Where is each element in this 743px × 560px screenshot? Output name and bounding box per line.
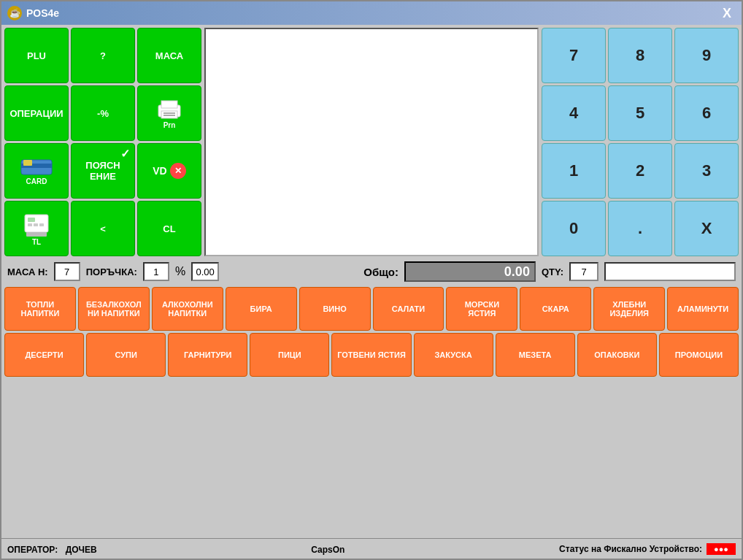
num-9[interactable]: 9 [674,28,739,83]
main-content: PLU ? МАСА ОПЕРАЦИИ -% Prn [1,25,742,538]
tl-button[interactable]: TL [4,201,69,256]
right-numpad: 7 8 9 4 5 6 1 2 3 0 . X [542,28,739,256]
num-x[interactable]: X [674,201,739,256]
svg-rect-9 [28,218,35,222]
masa-label: МАСА Н: [7,266,48,277]
close-button[interactable]: X [718,4,736,23]
masa-input[interactable] [54,262,80,281]
title-bar-left: ☕ POS4e [7,6,59,20]
app-icon: ☕ [7,6,22,20]
operator-name: ДОЧЕВ [66,545,97,555]
num-0[interactable]: 0 [542,201,606,256]
num-7[interactable]: 7 [542,28,606,83]
num-dot[interactable]: . [608,201,672,256]
qty-extra-input[interactable] [604,262,736,281]
svg-rect-1 [161,101,177,108]
svg-rect-12 [39,223,44,226]
cat-salati[interactable]: САЛАТИ [373,287,444,331]
svg-rect-11 [34,223,38,226]
cat-garnituri[interactable]: ГАРНИТУРИ [168,333,247,377]
fiscal-status-badge: ●●● [707,543,736,555]
percent-input[interactable] [191,262,219,281]
cat-zakuska[interactable]: ЗАКУСКА [414,333,493,377]
vd-x-icon: ✕ [170,163,186,179]
cat-row-2: ДЕСЕРТИ СУПИ ГАРНИТУРИ ПИЦИ ГОТВЕНИ ЯСТИ… [4,333,739,377]
title-bar: ☕ POS4e X [1,1,742,25]
caps-section: CapsOn [311,542,344,556]
obshto-label: Общо: [363,266,399,278]
svg-rect-3 [163,112,175,114]
qty-input[interactable] [569,262,598,281]
cat-topli-napitki[interactable]: ТОПЛИ НАПИТКИ [4,287,76,331]
top-section: PLU ? МАСА ОПЕРАЦИИ -% Prn [4,28,739,256]
num-8[interactable]: 8 [608,28,672,83]
num-1[interactable]: 1 [542,143,606,199]
cat-promocii[interactable]: ПРОМОЦИИ [659,333,739,377]
center-display [204,28,539,256]
percent-button[interactable]: -% [71,85,135,141]
cl-button[interactable]: CL [137,201,201,256]
register-icon: TL [22,212,51,246]
fiscal-label: Статус на Фискално Устройство: [559,544,702,554]
cat-row-1: ТОПЛИ НАПИТКИ БЕЗАЛКОХОЛ НИ НАПИТКИ АЛКО… [4,287,739,331]
svg-rect-10 [28,223,32,226]
back-button[interactable]: < [71,201,135,256]
svg-rect-7 [23,160,32,166]
cat-deserti[interactable]: ДЕСЕРТИ [4,333,84,377]
card-button[interactable]: CARD [4,143,69,199]
operator-label: ОПЕРАТОР: [7,545,58,555]
cat-bira[interactable]: БИРА [226,287,297,331]
app-title: POS4e [26,7,59,19]
num-3[interactable]: 3 [674,143,739,199]
porachka-input[interactable] [143,262,169,281]
num-2[interactable]: 2 [608,143,672,199]
svg-rect-13 [26,232,47,237]
categories-section: ТОПЛИ НАПИТКИ БЕЗАЛКОХОЛ НИ НАПИТКИ АЛКО… [4,287,739,377]
prn-button[interactable]: Prn [137,85,201,141]
bottom-bar: ОПЕРАТОР: ДОЧЕВ CapsOn Статус на Фискалн… [1,538,742,559]
vd-button[interactable]: VD ✕ [137,143,201,199]
fiscal-status-section: Статус на Фискално Устройство: ●●● [559,543,736,555]
poyasnenie-button[interactable]: ПОЯСН ЕНИЕ ✓ [71,143,135,199]
vd-content: VD ✕ [153,163,185,179]
masa-button[interactable]: МАСА [137,28,201,83]
cat-gotveni[interactable]: ГОТВЕНИ ЯСТИЯ [331,333,411,377]
svg-rect-4 [163,115,175,116]
cat-pici[interactable]: ПИЦИ [250,333,329,377]
status-row: МАСА Н: ПОРЪЧКА: % Общо: QTY: [4,259,739,284]
num-6[interactable]: 6 [674,85,739,141]
cat-mezeta[interactable]: МЕЗЕТА [496,333,575,377]
qty-label: QTY: [542,266,563,277]
num-5[interactable]: 5 [608,85,672,141]
cat-supi[interactable]: СУПИ [86,333,166,377]
cat-opakovki[interactable]: ОПАКОВКИ [577,333,657,377]
cat-hlebni[interactable]: ХЛЕБНИ ИЗДЕЛИЯ [593,287,665,331]
card-icon: CARD [20,157,53,185]
app-window: ☕ POS4e X PLU ? МАСА ОПЕРАЦИИ -% [0,0,743,560]
total-input [404,261,536,282]
operator-section: ОПЕРАТОР: ДОЧЕВ [7,542,97,556]
caps-label: CapsOn [311,545,344,555]
cat-skara[interactable]: СКАРА [520,287,591,331]
printer-icon: Prn [155,98,183,129]
num-4[interactable]: 4 [542,85,606,141]
left-panel: PLU ? МАСА ОПЕРАЦИИ -% Prn [4,28,201,256]
operacii-button[interactable]: ОПЕРАЦИИ [4,85,69,141]
plu-button[interactable]: PLU [4,28,69,83]
porachka-label: ПОРЪЧКА: [86,266,137,277]
cat-morski[interactable]: МОРСКИ ЯСТИЯ [446,287,517,331]
question-button[interactable]: ? [71,28,135,83]
cat-alaminuti[interactable]: АЛАМИНУТИ [667,287,739,331]
cat-vino[interactable]: ВИНО [299,287,371,331]
cat-alkohol[interactable]: АЛКОХОЛНИ НАПИТКИ [152,287,223,331]
cat-bezalkohol[interactable]: БЕЗАЛКОХОЛ НИ НАПИТКИ [78,287,150,331]
